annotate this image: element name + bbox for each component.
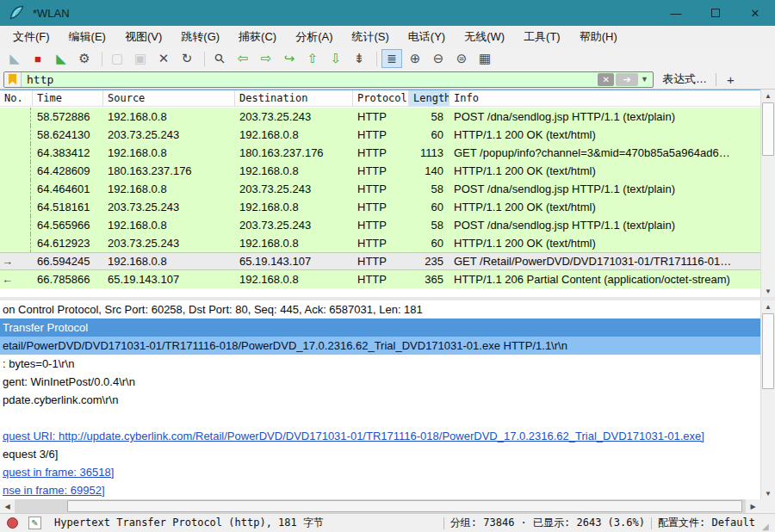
zoom-reset-icon[interactable]: ⊜ — [451, 49, 472, 68]
detail-line[interactable]: on Control Protocol, Src Port: 60258, Ds… — [0, 300, 760, 319]
detail-line[interactable]: etail/PowerDVD/DVD171031-01/TR171116-018… — [0, 337, 760, 355]
start-capture-icon[interactable]: ◣ — [4, 49, 25, 68]
detail-line[interactable]: gent: WinInetPost/0.0.4\r\n — [0, 373, 760, 391]
menu-analyze[interactable]: 分析(A) — [286, 27, 342, 47]
colorize-icon[interactable]: ≣ — [381, 49, 402, 68]
display-filter-input[interactable] — [22, 72, 598, 87]
table-row[interactable]: 58.624130 203.73.25.243 192.168.0.8 HTTP… — [0, 126, 760, 144]
scroll-up-icon[interactable]: ▲ — [761, 90, 775, 102]
protocol-cell: HTTP — [353, 201, 409, 213]
find-packet-icon[interactable]: ⚲ — [206, 45, 234, 73]
detail-line[interactable]: Transfer Protocol — [0, 319, 760, 337]
scroll-down-icon[interactable]: ▼ — [761, 285, 775, 297]
table-row[interactable]: 64.612923 203.73.25.243 192.168.0.8 HTTP… — [0, 234, 760, 252]
related-marker — [0, 216, 33, 234]
detail-line[interactable]: equest 3/6] — [0, 445, 760, 463]
filter-apply-icon[interactable]: ➔ — [616, 73, 638, 86]
go-to-packet-icon[interactable]: ↪ — [279, 49, 300, 68]
detail-line[interactable]: : bytes=0-1\r\n — [0, 355, 760, 373]
scrollbar-thumb[interactable] — [762, 102, 774, 156]
display-filter-box: ✕ ➔ ▼ — [3, 71, 654, 88]
time-cell: 64.612923 — [33, 237, 103, 250]
menu-go[interactable]: 跳转(G) — [171, 27, 229, 47]
destination-cell: 192.168.0.8 — [235, 164, 353, 177]
table-row[interactable]: 64.428609 180.163.237.176 192.168.0.8 HT… — [0, 162, 760, 180]
table-row[interactable]: 64.518161 203.73.25.243 192.168.0.8 HTTP… — [0, 198, 760, 216]
column-header-time[interactable]: Time — [33, 90, 103, 106]
protocol-cell: HTTP — [353, 182, 409, 195]
selected-field-status: Hypertext Transfer Protocol (http), 181 … — [54, 516, 324, 530]
scroll-left-icon[interactable]: ◀ — [0, 499, 15, 513]
details-scrollbar[interactable]: ▲ ▼ — [760, 300, 775, 499]
restart-capture-icon[interactable]: ◣ — [51, 49, 71, 68]
filter-clear-icon[interactable]: ✕ — [598, 73, 614, 86]
destination-cell: 203.73.25.243 — [235, 110, 353, 123]
zoom-in-icon[interactable]: ⊕ — [405, 49, 425, 68]
go-bottom-icon[interactable]: ⇟ — [349, 49, 369, 68]
detail-line[interactable]: quest in frame: 36518] — [0, 463, 760, 481]
status-separator — [651, 517, 652, 529]
packet-list-scrollbar[interactable]: ▲ ▼ — [760, 90, 775, 297]
column-header-destination[interactable]: Destination — [235, 90, 353, 106]
go-forward-icon[interactable]: ⇨ — [256, 49, 276, 68]
menu-file[interactable]: 文件(F) — [3, 27, 59, 47]
scroll-right-icon[interactable]: ▶ — [746, 499, 760, 513]
detail-line[interactable]: nse in frame: 69952] — [0, 481, 760, 499]
column-header-source[interactable]: Source — [103, 90, 235, 106]
filter-bookmark-button[interactable] — [4, 72, 22, 87]
menu-capture[interactable]: 捕获(C) — [229, 27, 286, 47]
related-marker: ← — [0, 270, 33, 288]
scroll-up-icon[interactable]: ▲ — [761, 300, 775, 312]
menu-view[interactable]: 视图(V) — [115, 27, 171, 47]
capture-options-icon[interactable]: ⚙ — [74, 49, 95, 68]
resize-grip[interactable]: ◢ — [762, 522, 772, 532]
capture-comment-icon[interactable]: ✎ — [28, 517, 41, 529]
zoom-out-icon[interactable]: ⊖ — [428, 49, 449, 68]
resize-columns-icon[interactable]: ▦ — [474, 49, 495, 68]
protocol-cell: HTTP — [353, 219, 409, 232]
column-header-no[interactable]: No. — [0, 90, 33, 106]
column-header-protocol[interactable]: Protocol — [353, 90, 409, 106]
menu-help[interactable]: 帮助(H) — [570, 27, 627, 47]
table-row[interactable]: 64.464601 192.168.0.8 203.73.25.243 HTTP… — [0, 180, 760, 198]
source-cell: 192.168.0.8 — [103, 255, 235, 268]
save-file-icon[interactable]: ▣ — [130, 49, 151, 68]
menu-edit[interactable]: 编辑(E) — [59, 27, 115, 47]
minimize-button[interactable]: — — [656, 0, 696, 26]
menu-wireless[interactable]: 无线(W) — [455, 27, 514, 47]
go-back-icon[interactable]: ⇦ — [232, 49, 253, 68]
open-file-icon[interactable]: ▢ — [107, 49, 127, 68]
scrollbar-thumb[interactable] — [67, 500, 742, 512]
window-controls: — ✕ — [656, 0, 775, 26]
filter-dropdown-icon[interactable]: ▼ — [640, 75, 653, 84]
profile-label[interactable]: 配置文件: Default — [658, 516, 755, 530]
expression-button[interactable]: 表达式… — [654, 71, 716, 87]
menu-statistics[interactable]: 统计(S) — [342, 27, 398, 47]
add-filter-button[interactable]: + — [716, 72, 745, 87]
table-row[interactable]: ← 66.785866 65.19.143.107 192.168.0.8 HT… — [0, 270, 760, 288]
column-header-length[interactable]: Length — [409, 90, 450, 106]
table-row[interactable]: → 66.594245 192.168.0.8 65.19.143.107 HT… — [0, 252, 760, 270]
detail-line[interactable]: quest URI: http://update.cyberlink.com/R… — [0, 427, 760, 445]
related-marker — [0, 126, 33, 144]
close-button[interactable]: ✕ — [735, 0, 775, 26]
stop-capture-icon[interactable]: ■ — [28, 49, 48, 68]
go-down-icon[interactable]: ⇩ — [326, 49, 346, 68]
menu-tools[interactable]: 工具(T) — [514, 27, 570, 47]
expert-info-icon[interactable] — [7, 517, 18, 529]
detail-line[interactable]: pdate.cyberlink.com\r\n — [0, 391, 760, 409]
maximize-button[interactable] — [696, 0, 735, 26]
reload-file-icon[interactable]: ↻ — [177, 49, 197, 68]
table-row[interactable]: 58.572886 192.168.0.8 203.73.25.243 HTTP… — [0, 108, 760, 126]
go-up-icon[interactable]: ⇧ — [302, 49, 323, 68]
table-row[interactable]: 64.565966 192.168.0.8 203.73.25.243 HTTP… — [0, 216, 760, 234]
details-horizontal-scrollbar[interactable]: ◀ ▶ — [0, 499, 760, 513]
scrollbar-thumb[interactable] — [762, 313, 774, 389]
menu-telephony[interactable]: 电话(Y) — [399, 27, 455, 47]
table-row[interactable]: 64.383412 192.168.0.8 180.163.237.176 HT… — [0, 144, 760, 162]
column-header-info[interactable]: Info — [450, 90, 760, 106]
scroll-down-icon[interactable]: ▼ — [761, 487, 775, 499]
detail-line[interactable] — [0, 409, 760, 427]
close-file-icon[interactable]: ✕ — [153, 49, 174, 68]
related-marker: → — [0, 252, 33, 270]
